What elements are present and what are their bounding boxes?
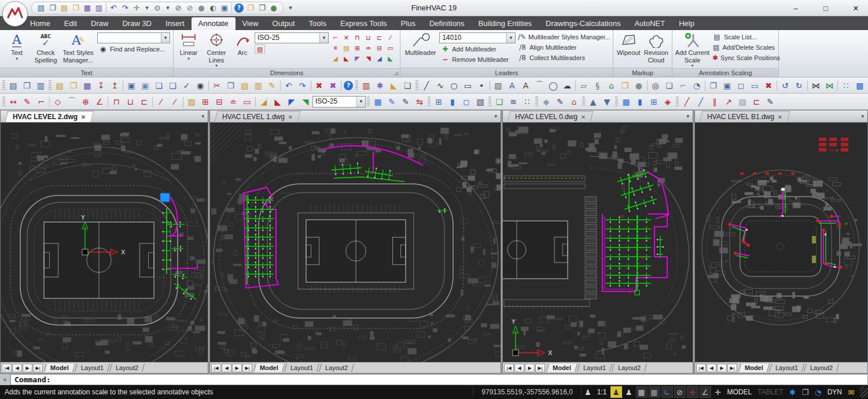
dim-corner-icon[interactable]: ⌐ [34, 95, 48, 109]
dim-center-mark-icon[interactable]: ✳ [330, 43, 341, 53]
wall-2-icon[interactable]: ▦ [619, 95, 633, 109]
qat-undo-icon[interactable]: ↶ [108, 2, 119, 14]
qat-new-drawing-icon[interactable]: ▤ [58, 2, 70, 14]
text-button[interactable]: A Text ▾ [2, 31, 31, 68]
level-up-icon[interactable]: ▲ [586, 95, 600, 109]
toolbar-grip[interactable] [415, 80, 418, 91]
remove-multileader-button[interactable]: − Remove Multileader [439, 55, 516, 64]
dimedit-b-icon[interactable]: ◣ [271, 95, 285, 109]
rectangle-icon[interactable]: ▭ [461, 79, 475, 93]
toolbar-grip[interactable] [2, 97, 5, 107]
minimize-button[interactable]: – [788, 4, 803, 13]
line-icon[interactable]: ╱ [420, 79, 433, 93]
dim-boxed-icon[interactable]: ▭ [385, 43, 396, 53]
close-button[interactable]: ✕ [848, 4, 863, 13]
qat-help-icon[interactable]: ? [234, 3, 244, 13]
ribbon-tab-autonet[interactable]: AutoNET [627, 17, 672, 30]
layer-states-icon[interactable]: ▥ [359, 79, 373, 93]
ribbon-tab-home[interactable]: Home [23, 17, 57, 30]
ortho-toggle-icon[interactable]: ∟ [661, 386, 673, 398]
drawing-canvas[interactable]: YX [503, 123, 693, 362]
rcis-import-icon[interactable]: ↧ [94, 79, 108, 93]
array-select-icon[interactable]: ∷ [839, 79, 853, 93]
sheet-nav-button[interactable]: ▶| [535, 364, 545, 372]
dim-inspect-icon[interactable]: ▨ [341, 43, 352, 53]
radiator-icon[interactable]: ▤ [735, 95, 749, 109]
revision-cloud-icon[interactable]: ☁ [560, 79, 574, 93]
duct-single-icon[interactable]: ╱ [680, 95, 694, 109]
sheet-nav-button[interactable]: ▶ [23, 364, 32, 372]
polar-toggle-icon[interactable]: ⊘ [674, 386, 686, 398]
ribbon-tab-output[interactable]: Output [266, 17, 302, 30]
chevron-down-icon[interactable]: ▾ [861, 113, 864, 119]
ribbon-tab-plus[interactable]: Plus [394, 17, 422, 30]
door-insert-icon[interactable]: ▮ [446, 95, 459, 109]
print-preview-icon[interactable]: ❏ [152, 79, 166, 93]
drawing-canvas[interactable] [695, 123, 867, 362]
clock-reference-icon[interactable]: ◔ [690, 79, 704, 93]
region-icon[interactable]: ▱ [577, 79, 591, 93]
qat-render-icon[interactable]: ● [268, 2, 279, 14]
messages-icon[interactable]: ✉ [845, 386, 857, 398]
dimension-style-combo[interactable]: ISO-25 ▼ [255, 32, 329, 43]
dim-radius-icon[interactable]: ⊟ [374, 43, 385, 53]
structure-tree-icon[interactable]: ∷ [520, 95, 534, 109]
toolbar-grip[interactable] [582, 97, 585, 107]
dim-aligned-icon[interactable]: ≐ [363, 43, 374, 53]
scale-list-button[interactable]: ▤ Scale List... [711, 32, 776, 42]
sync-scale-positions-button[interactable]: ✱ Sync Scale Positions [711, 53, 776, 62]
document-tab-hvac-level-2-dwg[interactable]: HVAC LEVEL 2.dwg ✕ [5, 111, 94, 122]
cut-icon[interactable]: ✂ [210, 79, 224, 93]
annotation-scale-icon[interactable]: ♟ [582, 386, 594, 398]
blob-icon[interactable]: ● [632, 79, 646, 93]
ribbon-tab-building-entities[interactable]: Building Entities [472, 17, 539, 30]
grid-toggle-icon[interactable]: ▦ [649, 386, 660, 398]
add-multileader-button[interactable]: ✚ Add Multileader [439, 45, 516, 54]
toolbar-grip[interactable] [488, 97, 491, 107]
qat-osnap-on-icon[interactable]: ⊘ [184, 2, 196, 14]
dimedit-update-icon[interactable]: ◢ [374, 53, 385, 64]
ellipse-icon[interactable]: ◯ [546, 79, 560, 93]
wall-edit-icon[interactable]: ✎ [399, 95, 413, 109]
rcis-export-icon[interactable]: ↥ [108, 79, 122, 93]
duct-double-icon[interactable]: ∥ [708, 95, 722, 109]
door-2-icon[interactable]: ▮ [633, 95, 647, 109]
dim-side-icon[interactable]: ⊏ [137, 95, 151, 109]
callout-icon[interactable]: ❏ [663, 79, 676, 93]
clamp-icon[interactable]: ⊏ [749, 95, 763, 109]
mirror-3d-icon[interactable]: ⋈ [822, 79, 836, 93]
folder-icon[interactable]: ❒ [618, 79, 632, 93]
roof-edit-icon[interactable]: ✎ [553, 95, 567, 109]
dim-strike-alt-icon[interactable]: ⁄ [168, 95, 182, 109]
settings-gear-icon[interactable]: ✱ [787, 386, 799, 398]
add-delete-scales-button[interactable]: ▤ Add/Delete Scales [711, 43, 776, 52]
dim-frame-2-icon[interactable]: ⊟ [212, 95, 226, 109]
dynamic-ucs-icon[interactable]: ◔ [812, 386, 824, 398]
chevron-down-icon[interactable]: ▾ [494, 113, 497, 119]
dimedit-home-icon[interactable]: ◣ [341, 53, 352, 64]
publish-icon[interactable]: ❑ [166, 79, 180, 93]
paste-special-icon[interactable]: ▥ [251, 79, 265, 93]
dimedit-d-icon[interactable]: ◥ [299, 95, 312, 109]
sheet-tab-model[interactable]: Model [738, 364, 770, 372]
qat-overflow-caret-icon[interactable]: ▾ [286, 3, 295, 13]
dim-oblique-icon[interactable]: ⌐ [330, 32, 341, 43]
sheet-nav-button[interactable]: ▶| [242, 364, 252, 372]
toolbar-grip[interactable] [367, 97, 370, 107]
qat-redo-icon[interactable]: ↷ [119, 2, 131, 14]
align-multileader-button[interactable]: /8 Align Multileader [517, 43, 610, 52]
ribbon-tab-express-tools[interactable]: Express Tools [333, 17, 394, 30]
maximize-button[interactable]: □ [818, 4, 833, 13]
sheet-nav-button[interactable]: |◀ [211, 364, 221, 372]
multileader-button[interactable]: Multileader [403, 31, 438, 68]
gradient-icon[interactable]: ◣ [387, 79, 401, 93]
window-insert-icon[interactable]: ⊞ [432, 95, 446, 109]
sheet-tab-layout1[interactable]: Layout1 [284, 364, 319, 372]
qat-copy-sheets-icon[interactable]: ❐ [256, 2, 268, 14]
dim-ordinate-icon[interactable]: ⊏ [374, 32, 385, 43]
dim-frame-4-icon[interactable]: ▭ [240, 95, 254, 109]
bld-open-icon[interactable]: ❒ [20, 79, 34, 93]
sheet-tab-layout1[interactable]: Layout1 [75, 364, 110, 372]
drawing-viewport[interactable] [210, 123, 501, 362]
opening-edit-icon[interactable]: ▧ [473, 95, 487, 109]
